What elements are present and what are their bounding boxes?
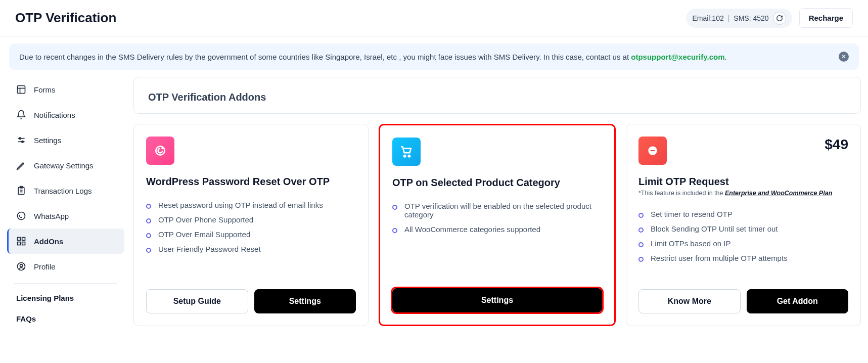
feature-item: OTP Over Email Supported <box>146 227 356 242</box>
sidebar-item-whatsapp[interactable]: WhatsApp <box>7 203 124 229</box>
bullet-icon <box>146 248 151 253</box>
banner-text: Due to recent changes in the SMS Deliver… <box>19 53 727 61</box>
svg-point-5 <box>19 138 21 139</box>
layout: Forms Notifications Settings Gateway Set… <box>0 77 868 336</box>
card-actions: Know More Get Addon <box>638 279 848 313</box>
sliders-icon <box>16 134 27 146</box>
card-actions: Settings <box>392 278 602 312</box>
feature-item: Restrict user from multiple OTP attempts <box>638 251 848 265</box>
settings-button[interactable]: Settings <box>254 289 356 313</box>
sidebar-link-licensing[interactable]: Licensing Plans <box>7 288 124 308</box>
bullet-icon <box>638 228 644 233</box>
banner-text-before: Due to recent changes in the SMS Deliver… <box>19 53 631 61</box>
email-prefix: Email: <box>692 14 712 22</box>
addons-panel: OTP Verification Addons <box>133 77 861 114</box>
feature-text: Limit OTPs based on IP <box>651 239 730 248</box>
sidebar-item-forms[interactable]: Forms <box>7 77 124 102</box>
feature-item: All WooCommerce categories supported <box>392 222 602 237</box>
know-more-button[interactable]: Know More <box>638 289 741 313</box>
banner-email-link[interactable]: otpsupport@xecurify.com <box>631 53 724 61</box>
sidebar-item-notifications[interactable]: Notifications <box>7 102 124 127</box>
info-banner: Due to recent changes in the SMS Deliver… <box>9 43 859 70</box>
svg-rect-14 <box>18 242 21 245</box>
settings-button[interactable]: Settings <box>392 288 602 312</box>
feature-list: Set timer to resend OTP Block Sending OT… <box>638 207 848 265</box>
sidebar-link-faqs[interactable]: FAQs <box>7 308 124 329</box>
card-title: OTP on Selected Product Category <box>392 177 602 189</box>
svg-point-19 <box>404 155 405 157</box>
sidebar-item-label: Gateway Settings <box>34 161 94 170</box>
svg-point-11 <box>18 212 25 220</box>
feature-text: Restrict user from multiple OTP attempts <box>651 254 788 262</box>
reset-icon <box>146 137 174 165</box>
bullet-icon <box>638 213 644 218</box>
main-content: OTP Verification Addons WordPress Passwo… <box>131 77 868 336</box>
sidebar-item-settings[interactable]: Settings <box>7 127 124 153</box>
email-quota: Email:102 <box>692 14 723 22</box>
svg-point-17 <box>20 264 23 267</box>
svg-point-20 <box>408 155 410 157</box>
bullet-icon <box>392 228 397 233</box>
sidebar-item-label: Notifications <box>34 111 75 119</box>
topbar-right: Email:102 | SMS: 4520 Recharge <box>686 8 853 28</box>
refresh-icon <box>776 15 783 22</box>
refresh-button[interactable] <box>773 12 786 25</box>
sidebar-item-profile[interactable]: Profile <box>7 254 124 279</box>
feature-text: All WooCommerce categories supported <box>404 225 540 234</box>
feature-text: OTP verification will be enabled on the … <box>404 202 602 219</box>
sms-quota: SMS: 4520 <box>734 14 768 22</box>
sidebar: Forms Notifications Settings Gateway Set… <box>0 77 131 336</box>
feature-text: OTP Over Phone Supported <box>158 215 253 224</box>
feature-text: Block Sending OTP Until set timer out <box>651 224 778 233</box>
feature-item: Limit OTPs based on IP <box>638 236 848 251</box>
panel-title: OTP Verification Addons <box>148 92 846 103</box>
svg-rect-15 <box>22 242 25 245</box>
svg-rect-12 <box>18 238 21 241</box>
addon-card-limit-otp: $49 Limit OTP Request *This feature is i… <box>626 124 861 326</box>
setup-guide-button[interactable]: Setup Guide <box>146 289 248 313</box>
addon-card-password-reset: WordPress Password Reset Over OTP Reset … <box>133 124 369 326</box>
banner-close-button[interactable]: ✕ <box>839 52 849 62</box>
bell-icon <box>16 109 27 120</box>
banner-text-after: . <box>725 53 727 61</box>
quota-separator: | <box>728 14 730 22</box>
sidebar-item-label: Profile <box>34 262 56 271</box>
sidebar-item-label: AddOns <box>34 237 63 246</box>
close-icon: ✕ <box>841 53 846 60</box>
feature-text: User Friendly Password Reset <box>158 245 261 253</box>
svg-point-18 <box>156 146 164 155</box>
recharge-button[interactable]: Recharge <box>799 8 853 28</box>
card-subtitle: *This feature is included in the Enterpr… <box>638 190 848 197</box>
feature-text: OTP Over Email Supported <box>158 230 250 239</box>
svg-rect-22 <box>651 150 655 151</box>
sidebar-item-label: Transaction Logs <box>34 187 92 195</box>
grid-icon <box>16 236 27 247</box>
page-title: OTP Verification <box>15 10 116 26</box>
sidebar-item-label: Forms <box>34 85 56 94</box>
sms-count: 4520 <box>753 14 768 22</box>
card-title: WordPress Password Reset Over OTP <box>146 176 356 188</box>
sidebar-item-gateway-settings[interactable]: Gateway Settings <box>7 153 124 178</box>
plan-link[interactable]: Enterprise and WooCommerce Plan <box>725 190 832 197</box>
sub-prefix: *This feature is included in the <box>638 190 725 197</box>
addon-card-product-category: OTP on Selected Product Category OTP ver… <box>379 124 616 326</box>
get-addon-button[interactable]: Get Addon <box>747 289 849 313</box>
svg-rect-13 <box>22 238 25 241</box>
sidebar-item-addons[interactable]: AddOns <box>7 229 124 254</box>
feature-text: Reset password using OTP instead of emai… <box>158 201 323 209</box>
feature-text: Set timer to resend OTP <box>651 210 733 218</box>
feature-item: User Friendly Password Reset <box>146 242 356 256</box>
quota-pill: Email:102 | SMS: 4520 <box>686 9 792 28</box>
bullet-icon <box>638 257 644 262</box>
cards-row: WordPress Password Reset Over OTP Reset … <box>133 124 861 326</box>
layout-icon <box>16 84 27 95</box>
bullet-icon <box>638 242 644 247</box>
sidebar-item-transaction-logs[interactable]: Transaction Logs <box>7 178 124 203</box>
feature-list: OTP verification will be enabled on the … <box>392 199 602 237</box>
topbar: OTP Verification Email:102 | SMS: 4520 R… <box>0 0 868 36</box>
feature-item: Reset password using OTP instead of emai… <box>146 198 356 212</box>
svg-point-6 <box>22 141 23 143</box>
card-actions: Setup Guide Settings <box>146 279 356 313</box>
bullet-icon <box>392 205 397 210</box>
sidebar-item-label: Settings <box>34 136 61 145</box>
